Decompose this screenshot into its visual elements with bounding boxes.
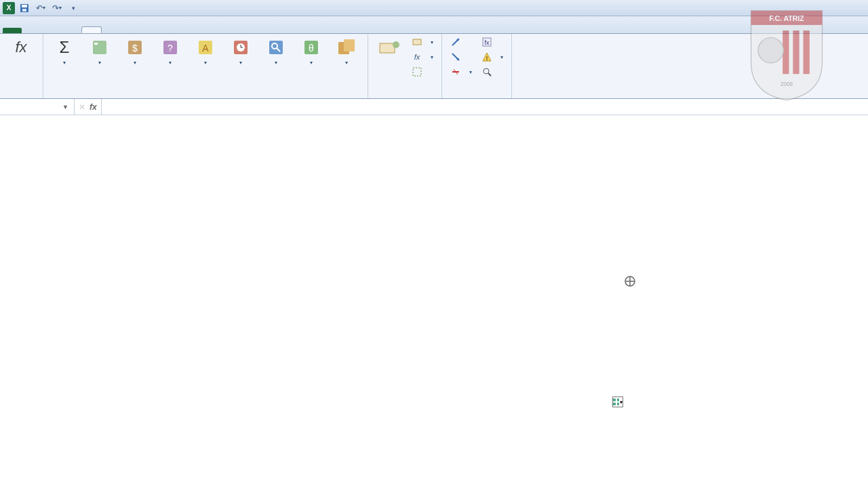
svg-point-50 [758,38,783,63]
formula-input[interactable] [107,102,863,112]
trace-precedents-button[interactable] [446,35,476,49]
trace-dependents-button[interactable] [446,50,476,64]
book-lookup-icon [265,37,287,58]
math-button[interactable]: θ ▾ [294,35,328,67]
svg-rect-15 [269,41,283,54]
more-functions-button[interactable]: ▾ [330,35,363,67]
logical-button[interactable]: ? ▾ [153,35,187,67]
tab-revisar[interactable] [121,28,140,33]
svg-text:fx: fx [484,39,490,46]
svg-text:F.C. ATRIZ: F.C. ATRIZ [769,14,804,22]
group-label-library [47,86,363,97]
assign-name-button[interactable]: ▾ [408,35,437,49]
cancel-icon[interactable]: ✕ [79,102,85,112]
evaluate-formula-button[interactable] [477,65,507,79]
tab-datos[interactable] [102,28,121,33]
watermark-logo: F.C. ATRIZ 2008 [746,7,827,102]
svg-rect-40 [613,403,616,405]
svg-text:2008: 2008 [781,81,793,87]
book-theta-icon: θ [300,37,322,58]
svg-text:?: ? [167,43,173,54]
error-icon: ! [481,52,492,62]
name-tag-icon [378,37,400,58]
svg-line-37 [488,73,491,76]
group-label-audit [446,86,507,97]
remove-arrow-icon [450,66,461,77]
svg-rect-21 [344,39,355,52]
use-in-formula-button[interactable]: fx ▾ [408,50,437,64]
svg-text:$: $ [132,43,138,54]
quick-access-toolbar: X ↶▾ ↷▾ ▾ [3,1,80,15]
name-box[interactable]: ▼ [0,99,75,115]
ribbon-tabs [0,16,868,34]
svg-text:θ: θ [309,43,314,54]
group-label-names [372,86,437,97]
fx-button-icon[interactable]: fx [90,102,97,112]
title-bar: X ↶▾ ↷▾ ▾ [0,0,868,16]
tab-insertar[interactable] [43,28,62,33]
arrow-dep-icon [450,52,461,62]
tab-formulas[interactable] [81,26,102,33]
sigma-icon: Σ [54,37,75,58]
book-recent-icon [89,37,111,58]
svg-text:A: A [202,43,209,54]
tab-diseno[interactable] [62,28,81,33]
svg-point-23 [393,41,399,48]
datetime-button[interactable]: ▾ [224,35,258,67]
svg-rect-25 [413,68,421,76]
svg-rect-4 [94,43,98,45]
arrow-prec-icon [450,37,461,47]
svg-rect-22 [380,43,395,53]
excel-icon: X [3,2,15,14]
qat-customize[interactable]: ▾ [66,1,80,15]
tab-vista[interactable] [140,28,159,33]
financial-button[interactable]: $ ▾ [118,35,152,67]
text-button[interactable]: A ▾ [189,35,222,67]
undo-button[interactable]: ↶▾ [34,1,47,15]
lookup-button[interactable]: ▾ [259,35,293,67]
insert-function-button[interactable]: fx [4,35,38,61]
autofill-icon [613,399,619,405]
svg-rect-2 [22,9,26,12]
autosum-button[interactable]: Σ ▾ [47,35,81,67]
create-from-selection-button[interactable] [408,65,437,79]
tab-file[interactable] [3,28,22,33]
autofill-options-button[interactable] [612,396,623,407]
svg-rect-49 [804,30,810,74]
redo-button[interactable]: ↷▾ [50,1,64,15]
name-manager-button[interactable] [372,35,406,61]
book-more-icon [336,37,357,58]
eval-icon [481,66,492,77]
tag-icon [412,37,422,47]
cursor-icon [624,275,636,287]
book-financial-icon: $ [124,37,146,58]
svg-rect-41 [617,403,619,405]
name-box-dropdown[interactable]: ▼ [62,104,68,110]
recent-button[interactable]: ▾ [83,35,117,67]
formula-buttons: ✕ fx [75,99,102,115]
formula-icon: fx [481,37,492,47]
book-logical-icon: ? [159,37,181,58]
svg-rect-38 [613,399,616,401]
error-checking-button[interactable]: ! ▾ [477,50,507,64]
tab-inicio[interactable] [24,28,43,33]
ribbon: fx Σ ▾ ▾ $ ▾ ? ▾ A [0,34,868,99]
svg-point-36 [484,68,489,74]
svg-rect-1 [22,5,27,7]
selection-icon [412,66,422,77]
show-formulas-button[interactable]: fx [477,35,507,49]
book-text-icon: A [195,37,216,58]
fx-small-icon: fx [412,52,422,62]
svg-rect-39 [617,399,619,401]
svg-rect-48 [793,30,799,74]
svg-text:!: ! [486,55,488,62]
save-button[interactable] [18,1,31,15]
book-clock-icon [230,37,252,58]
svg-rect-24 [413,39,421,45]
name-box-input[interactable] [5,102,60,112]
fx-icon: fx [10,37,32,58]
remove-arrows-button[interactable]: ▾ [446,65,476,79]
formula-bar: ▼ ✕ fx [0,99,868,115]
